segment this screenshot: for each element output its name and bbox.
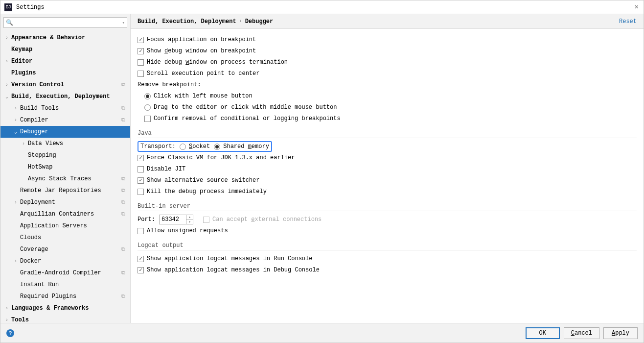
reset-link[interactable]: Reset	[619, 18, 637, 25]
titlebar: IJ Settings ×	[0, 0, 644, 14]
tree-item-label: Build Tools	[20, 105, 59, 112]
chevron-icon: ⌄	[14, 129, 20, 135]
chevron-icon: ›	[5, 318, 11, 323]
tree-item-plugins[interactable]: Plugins	[0, 67, 130, 79]
project-scope-icon: ⧉	[121, 246, 125, 252]
hide-debug-label: Hide debug window on process termination	[147, 59, 288, 66]
help-icon[interactable]: ?	[6, 329, 14, 337]
shared-memory-label: Shared memory	[223, 143, 269, 150]
tree-item-application-servers[interactable]: Application Servers	[0, 220, 130, 232]
tree-item-label: Gradle-Android Compiler	[20, 270, 101, 276]
search-box[interactable]: 🔍 ▾	[3, 17, 127, 28]
tree-item-clouds[interactable]: Clouds	[0, 232, 130, 244]
logcat-run-label: Show application logcat messages in Run …	[147, 255, 312, 262]
tree-item-label: Clouds	[20, 234, 41, 241]
logcat-run-checkbox[interactable]	[138, 256, 144, 262]
tree-item-build-execution-deployment[interactable]: ⌄Build, Execution, Deployment	[0, 91, 130, 102]
search-icon: 🔍	[6, 19, 13, 26]
tree-item-gradle-android-compiler[interactable]: Gradle-Android Compiler⧉	[0, 267, 130, 279]
java-section-title: Java	[138, 130, 637, 138]
tree-item-stepping[interactable]: Stepping	[0, 149, 130, 161]
socket-label: Socket	[189, 143, 210, 150]
tree-item-keymap[interactable]: Keymap	[0, 44, 130, 55]
chevron-icon: ›	[14, 118, 20, 123]
server-section-title: Built-in server	[138, 203, 637, 211]
tree-item-tools[interactable]: ›Tools	[0, 314, 130, 323]
chevron-icon: ›	[14, 106, 20, 111]
kill-debug-checkbox[interactable]	[138, 189, 144, 195]
force-classic-checkbox[interactable]	[138, 155, 144, 161]
show-debug-label: Show debug window on breakpoint	[147, 48, 256, 54]
socket-radio[interactable]	[180, 144, 186, 150]
tree-item-async-stack-traces[interactable]: Async Stack Traces⧉	[0, 173, 130, 185]
tree-item-label: Editor	[11, 58, 32, 65]
scroll-exec-label: Scroll execution point to center	[147, 70, 259, 77]
logcat-debug-label: Show application logcat messages in Debu…	[147, 267, 320, 273]
chevron-icon: ›	[22, 141, 28, 147]
tree-item-version-control[interactable]: ›Version Control⧉	[0, 79, 130, 91]
logcat-debug-checkbox[interactable]	[138, 267, 144, 273]
alt-source-checkbox[interactable]	[138, 177, 144, 184]
allow-unsigned-label: Allow unsigned requests	[147, 227, 228, 234]
tree-item-required-plugins[interactable]: Required Plugins⧉	[0, 291, 130, 302]
tree-item-data-views[interactable]: ›Data Views	[0, 138, 130, 149]
tree-item-compiler[interactable]: ›Compiler⧉	[0, 114, 130, 126]
port-input[interactable]	[159, 215, 186, 224]
tree-item-label: Docker	[20, 258, 41, 265]
tree-item-arquillian-containers[interactable]: Arquillian Containers⧉	[0, 208, 130, 220]
search-input[interactable]	[14, 19, 122, 26]
tree-item-appearance-behavior[interactable]: ›Appearance & Behavior	[0, 32, 130, 44]
allow-unsigned-checkbox[interactable]	[138, 228, 144, 234]
chevron-icon: ⌄	[5, 94, 11, 99]
tree-item-label: HotSwap	[28, 164, 52, 171]
chevron-icon: ›	[5, 59, 11, 64]
disable-jit-label: Disable JIT	[147, 166, 185, 172]
breadcrumb-root[interactable]: Build, Execution, Deployment	[138, 18, 236, 25]
rb-drag-radio[interactable]	[144, 104, 151, 111]
tree-item-debugger[interactable]: ⌄Debugger	[0, 126, 130, 138]
tree-item-label: Instant Run	[20, 281, 59, 288]
tree-item-deployment[interactable]: ›Deployment⧉	[0, 196, 130, 208]
port-spinner[interactable]: ▴▾	[186, 215, 193, 224]
close-icon[interactable]: ×	[635, 3, 639, 11]
tree-item-label: Arquillian Containers	[20, 211, 94, 218]
focus-app-label: Focus application on breakpoint	[147, 36, 256, 43]
tree-item-docker[interactable]: ›Docker	[0, 255, 130, 267]
tree-item-label: Required Plugins	[20, 293, 76, 300]
confirm-removal-checkbox[interactable]	[144, 116, 151, 122]
tree-item-instant-run[interactable]: Instant Run	[0, 279, 130, 291]
footer: ? OK Cancel Apply	[0, 323, 644, 343]
chevron-icon: ›	[5, 35, 11, 41]
tree-item-languages-frameworks[interactable]: ›Languages & Frameworks	[0, 302, 130, 314]
tree-item-label: Application Servers	[20, 222, 87, 229]
search-dropdown-icon[interactable]: ▾	[122, 20, 125, 25]
tree-item-coverage[interactable]: Coverage⧉	[0, 244, 130, 255]
ok-button[interactable]: OK	[526, 327, 560, 339]
tree-item-label: Compiler	[20, 117, 48, 123]
kill-debug-label: Kill the debug process immediately	[147, 188, 267, 195]
tree-item-remote-jar-repositories[interactable]: Remote Jar Repositories⧉	[0, 185, 130, 196]
chevron-right-icon: ›	[239, 19, 242, 24]
shared-memory-radio[interactable]	[214, 144, 220, 150]
tree-item-label: Appearance & Behavior	[11, 34, 85, 41]
hide-debug-checkbox[interactable]	[138, 59, 144, 66]
tree-item-build-tools[interactable]: ›Build Tools⧉	[0, 102, 130, 114]
remove-bp-label: Remove breakpoint:	[138, 81, 201, 88]
show-debug-checkbox[interactable]	[138, 48, 144, 54]
tree-item-editor[interactable]: ›Editor	[0, 55, 130, 67]
project-scope-icon: ⧉	[121, 176, 125, 182]
tree-item-label: Keymap	[11, 46, 32, 53]
tree-item-label: Coverage	[20, 246, 48, 253]
focus-app-checkbox[interactable]	[138, 37, 144, 43]
disable-jit-checkbox[interactable]	[138, 166, 144, 172]
apply-button[interactable]: Apply	[603, 327, 638, 339]
cancel-button[interactable]: Cancel	[564, 327, 599, 339]
scroll-exec-checkbox[interactable]	[138, 71, 144, 77]
chevron-icon: ›	[5, 82, 11, 88]
can-accept-checkbox[interactable]	[203, 217, 209, 223]
tree-item-hotswap[interactable]: HotSwap	[0, 161, 130, 173]
project-scope-icon: ⧉	[121, 117, 125, 123]
can-accept-label: Can accept external connections	[212, 216, 322, 223]
rb-click-radio[interactable]	[144, 93, 151, 99]
logcat-section-title: Logcat output	[138, 242, 637, 250]
